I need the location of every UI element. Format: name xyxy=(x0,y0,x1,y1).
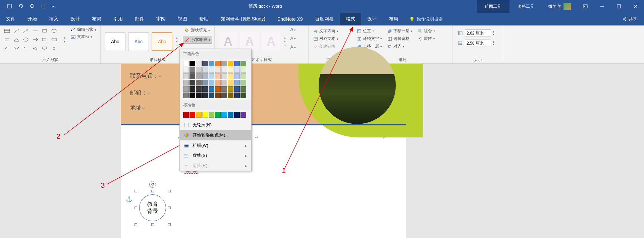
tab-layout[interactable]: 布局 xyxy=(86,13,107,25)
color-swatch[interactable] xyxy=(228,73,233,79)
color-swatch[interactable] xyxy=(196,93,202,98)
rotate-button[interactable]: 旋转 ▾ xyxy=(418,36,435,42)
tab-design-2[interactable]: 设计 xyxy=(361,13,383,25)
resize-handle-w[interactable] xyxy=(135,206,137,209)
more-colors-item[interactable]: 其他轮廓颜色(M)... xyxy=(180,130,251,140)
color-swatch[interactable] xyxy=(202,61,208,66)
color-swatch[interactable] xyxy=(196,86,202,92)
color-swatch[interactable] xyxy=(196,61,202,66)
share-button[interactable]: 共享 xyxy=(622,16,637,22)
wordart-preset-3[interactable]: A xyxy=(262,32,280,51)
color-swatch[interactable] xyxy=(190,67,195,73)
color-swatch[interactable] xyxy=(215,93,221,98)
color-swatch[interactable] xyxy=(183,86,189,92)
color-swatch[interactable] xyxy=(234,93,240,98)
color-swatch[interactable] xyxy=(215,61,221,66)
color-swatch[interactable] xyxy=(183,80,189,85)
color-swatch[interactable] xyxy=(202,86,208,92)
tab-cnki[interactable]: 知网研学 (原E-Study) xyxy=(215,13,271,25)
color-swatch[interactable] xyxy=(183,61,189,66)
color-swatch[interactable] xyxy=(196,67,202,73)
color-swatch[interactable] xyxy=(190,80,195,85)
shape-outline-button[interactable]: 形状轮廓 ▾ xyxy=(183,36,212,44)
text-direction-button[interactable]: A 文字方向 ▾ xyxy=(313,28,347,34)
minimize-button[interactable] xyxy=(594,0,610,13)
color-swatch[interactable] xyxy=(221,86,227,92)
resize-handle-e[interactable] xyxy=(168,206,171,209)
tab-format[interactable]: 格式 xyxy=(340,13,361,25)
color-swatch[interactable] xyxy=(240,112,246,118)
height-control[interactable]: ▲▼ xyxy=(458,29,498,37)
color-swatch[interactable] xyxy=(190,93,195,98)
undo-icon[interactable] xyxy=(18,3,23,10)
tab-layout-2[interactable]: 布局 xyxy=(383,13,404,25)
text-box-button[interactable]: A 文本框 ▾ xyxy=(70,34,96,40)
color-swatch[interactable] xyxy=(209,67,214,73)
align-button[interactable]: 对齐 ▾ xyxy=(387,44,413,49)
color-swatch[interactable] xyxy=(196,112,202,118)
color-swatch[interactable] xyxy=(209,112,214,118)
color-swatch[interactable] xyxy=(240,61,246,66)
tab-file[interactable]: 文件 xyxy=(0,13,21,25)
color-swatch[interactable] xyxy=(228,61,233,66)
color-swatch[interactable] xyxy=(234,112,240,118)
shapes-gallery[interactable] xyxy=(3,27,61,56)
edit-shape-button[interactable]: 编辑形状 ▾ xyxy=(70,27,96,33)
color-swatch[interactable] xyxy=(221,80,227,85)
table-tools-tab[interactable]: 表格工具 xyxy=(509,0,542,13)
close-button[interactable] xyxy=(627,0,644,13)
color-swatch[interactable] xyxy=(240,80,246,85)
color-swatch[interactable] xyxy=(190,61,195,66)
selection-pane-button[interactable]: 选择窗格 xyxy=(387,36,413,42)
color-swatch[interactable] xyxy=(215,73,221,79)
position-button[interactable]: 位置 ▾ xyxy=(357,28,382,34)
color-swatch[interactable] xyxy=(202,80,208,85)
no-outline-item[interactable]: 无轮廓(N) xyxy=(180,120,251,130)
width-control[interactable]: ▲▼ xyxy=(458,40,498,47)
color-swatch[interactable] xyxy=(240,67,246,73)
ribbon-options-icon[interactable] xyxy=(577,0,594,13)
style-preset-2[interactable]: Abc xyxy=(128,32,149,51)
group-button[interactable]: 组合 ▾ xyxy=(418,28,435,34)
shape-fill-button[interactable]: 形状填充 ▾ xyxy=(183,27,212,34)
tab-home[interactable]: 开始 xyxy=(21,13,43,25)
resize-handle-nw[interactable] xyxy=(135,190,137,192)
color-swatch[interactable] xyxy=(234,86,240,92)
color-swatch[interactable] xyxy=(228,80,233,85)
resize-handle-sw[interactable] xyxy=(135,223,137,226)
align-text-button[interactable]: 对齐文本 ▾ xyxy=(313,36,347,42)
text-effects-icon[interactable]: A ▾ xyxy=(290,44,296,50)
resize-handle-ne[interactable] xyxy=(168,190,171,192)
tab-design[interactable]: 设计 xyxy=(64,13,86,25)
color-swatch[interactable] xyxy=(202,93,208,98)
create-link-button[interactable]: 创建链接 xyxy=(313,44,347,49)
tab-view[interactable]: 视图 xyxy=(172,13,193,25)
selected-shape[interactable]: ↻ 教育 背景 xyxy=(136,191,169,225)
color-swatch[interactable] xyxy=(215,80,221,85)
color-swatch[interactable] xyxy=(196,73,202,79)
color-swatch[interactable] xyxy=(240,73,246,79)
drawing-tools-tab[interactable]: 绘图工具 xyxy=(477,0,509,13)
wordart-preset-1[interactable]: A xyxy=(219,32,237,51)
resize-handle-n[interactable] xyxy=(151,190,154,192)
height-input[interactable] xyxy=(465,29,491,37)
send-backward-button[interactable]: 下移一层 ▾ xyxy=(387,28,413,34)
color-swatch[interactable] xyxy=(209,93,214,98)
color-swatch[interactable] xyxy=(221,67,227,73)
color-swatch[interactable] xyxy=(228,93,233,98)
color-swatch[interactable] xyxy=(234,73,240,79)
redo-icon[interactable] xyxy=(30,3,35,10)
wrap-text-button[interactable]: 环绕文字 ▾ xyxy=(357,36,382,42)
tab-baidu[interactable]: 百度网盘 xyxy=(309,13,340,25)
color-swatch[interactable] xyxy=(190,86,195,92)
color-swatch[interactable] xyxy=(202,67,208,73)
arrows-item[interactable]: 箭头(R) ▸ xyxy=(180,161,251,171)
color-swatch[interactable] xyxy=(221,61,227,66)
color-swatch[interactable] xyxy=(183,67,189,73)
new-doc-icon[interactable] xyxy=(41,3,46,10)
color-swatch[interactable] xyxy=(190,73,195,79)
color-swatch[interactable] xyxy=(196,80,202,85)
color-swatch[interactable] xyxy=(228,67,233,73)
color-swatch[interactable] xyxy=(234,61,240,66)
shape-style-gallery[interactable]: Abc Abc Abc xyxy=(103,27,174,56)
